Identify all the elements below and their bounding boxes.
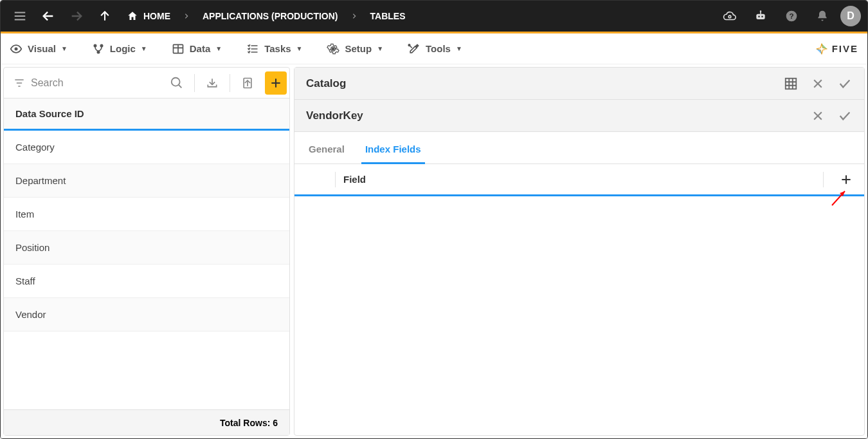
list-cell: Vendor — [15, 309, 46, 320]
catalog-confirm-button[interactable] — [837, 76, 853, 91]
svg-point-24 — [332, 47, 335, 50]
avatar[interactable]: D — [840, 6, 861, 26]
column-spacer — [823, 172, 836, 187]
triangle-down-icon: ▼ — [215, 45, 222, 52]
list-body: Category Department Item Position Staff … — [4, 131, 289, 409]
menu-tools[interactable]: Tools ▼ — [408, 42, 462, 55]
list-cell: Category — [15, 142, 55, 153]
triangle-down-icon: ▼ — [296, 45, 303, 52]
avatar-letter: D — [847, 10, 854, 22]
list-header-label: Data Source ID — [15, 108, 84, 119]
menu-bar: Visual ▼ Logic ▼ Data ▼ Tasks ▼ Setup ▼ … — [1, 33, 867, 64]
triangle-down-icon: ▼ — [456, 45, 462, 52]
search-button[interactable] — [165, 70, 189, 96]
list-row[interactable]: Staff — [4, 265, 289, 298]
svg-point-8 — [758, 16, 760, 18]
main-area: Data Source ID Category Department Item … — [1, 64, 867, 438]
list-cell: Staff — [15, 276, 35, 286]
svg-point-9 — [761, 16, 763, 18]
add-field-button[interactable] — [836, 173, 853, 186]
list-cell: Item — [15, 209, 34, 220]
vendorkey-close-button[interactable] — [810, 108, 826, 124]
breadcrumb-home[interactable]: HOME — [120, 10, 177, 22]
breadcrumb-tables[interactable]: TABLES — [364, 11, 412, 21]
up-button[interactable] — [92, 3, 118, 29]
grid-icon — [784, 77, 798, 91]
menu-label: Data — [190, 43, 211, 54]
help-icon[interactable]: ? — [779, 3, 804, 29]
svg-point-17 — [97, 51, 99, 53]
hamburger-icon[interactable] — [7, 3, 33, 29]
svg-marker-49 — [840, 191, 845, 196]
tab-index-fields[interactable]: Index Fields — [363, 135, 424, 163]
tab-general[interactable]: General — [306, 135, 347, 163]
bell-icon[interactable] — [809, 3, 835, 29]
brand-text: FIVE — [832, 43, 858, 54]
tasks-icon — [246, 42, 259, 55]
eye-icon — [10, 42, 23, 55]
upload-icon — [241, 77, 254, 89]
menu-label: Tools — [426, 43, 451, 54]
add-button[interactable] — [265, 71, 287, 95]
triangle-down-icon: ▼ — [141, 45, 147, 52]
vendorkey-confirm-button[interactable] — [837, 108, 853, 124]
breadcrumb-label: APPLICATIONS (PRODUCTION) — [203, 11, 338, 21]
field-column-label: Field — [336, 174, 823, 185]
right-panel: Catalog VendorKey — [294, 67, 865, 436]
filter-icon[interactable] — [13, 77, 26, 89]
left-panel: Data Source ID Category Department Item … — [3, 67, 290, 436]
svg-marker-26 — [816, 43, 827, 54]
breadcrumb-label: TABLES — [370, 11, 406, 21]
menu-visual[interactable]: Visual ▼ — [10, 42, 68, 55]
catalog-header: Catalog — [294, 68, 864, 100]
list-row[interactable]: Department — [4, 164, 289, 198]
tab-label: General — [309, 144, 345, 154]
menu-setup[interactable]: Setup ▼ — [327, 42, 383, 55]
list-row[interactable]: Position — [4, 231, 289, 265]
chevron-right-icon — [179, 13, 194, 19]
svg-point-14 — [15, 47, 18, 50]
list-header[interactable]: Data Source ID — [4, 98, 289, 131]
close-icon — [811, 109, 824, 122]
grid-view-button[interactable] — [783, 76, 799, 91]
search-icon — [170, 76, 184, 90]
home-icon — [127, 10, 138, 22]
list-cell: Position — [15, 242, 50, 253]
breadcrumb-applications[interactable]: APPLICATIONS (PRODUCTION) — [196, 11, 345, 21]
svg-rect-7 — [756, 14, 764, 19]
list-row[interactable]: Category — [4, 131, 289, 164]
menu-label: Visual — [28, 43, 56, 54]
menu-label: Tasks — [264, 43, 291, 54]
list-cell: Department — [15, 175, 66, 186]
svg-point-6 — [728, 15, 731, 18]
cloud-icon[interactable] — [717, 3, 743, 29]
list-row[interactable]: Item — [4, 198, 289, 231]
five-logo-icon — [815, 42, 828, 55]
back-button[interactable] — [35, 3, 61, 29]
total-rows-label: Total Rows: 6 — [220, 418, 278, 428]
vendorkey-title: VendorKey — [306, 109, 810, 122]
download-button[interactable] — [200, 70, 224, 96]
list-row[interactable]: Vendor — [4, 298, 289, 332]
search-input[interactable] — [31, 77, 159, 89]
menu-data[interactable]: Data ▼ — [172, 42, 222, 55]
download-icon — [206, 77, 219, 89]
svg-point-25 — [408, 44, 410, 46]
triangle-down-icon: ▼ — [377, 45, 383, 52]
menu-label: Setup — [345, 43, 372, 54]
check-icon — [838, 109, 852, 123]
catalog-close-button[interactable] — [810, 76, 826, 91]
chevron-right-icon — [347, 13, 361, 19]
svg-rect-37 — [786, 78, 797, 89]
svg-point-32 — [172, 77, 180, 86]
breadcrumb-label: HOME — [143, 11, 170, 21]
upload-button[interactable] — [235, 70, 260, 96]
list-footer: Total Rows: 6 — [4, 409, 289, 435]
table-icon — [172, 42, 185, 55]
menu-tasks[interactable]: Tasks ▼ — [246, 42, 302, 55]
menu-logic[interactable]: Logic ▼ — [92, 42, 147, 55]
bot-icon[interactable] — [748, 3, 773, 29]
menu-label: Logic — [110, 43, 136, 54]
field-table-body — [294, 196, 864, 435]
svg-point-11 — [760, 10, 762, 12]
